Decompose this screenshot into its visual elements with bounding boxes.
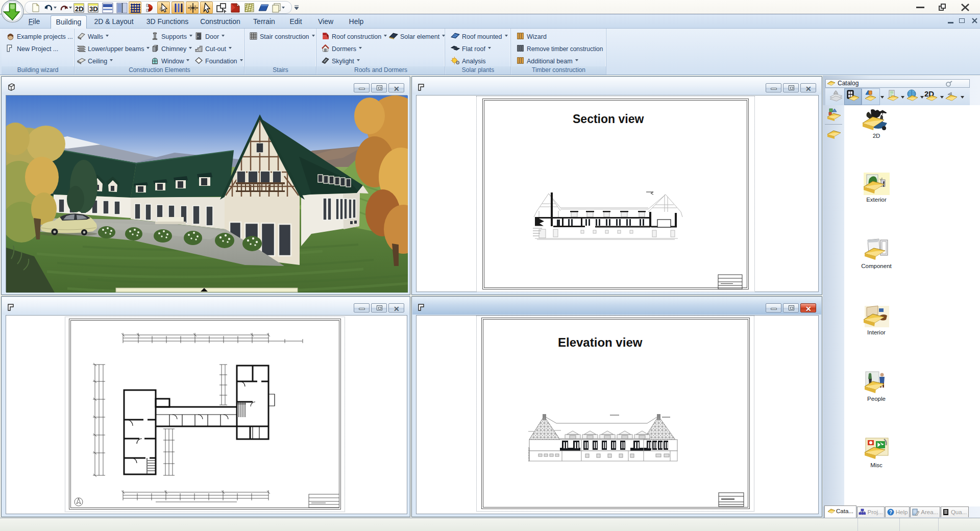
svg-text:3D: 3D [89, 5, 98, 13]
svg-text:?: ? [889, 510, 892, 515]
svg-text:2D: 2D [75, 5, 84, 13]
